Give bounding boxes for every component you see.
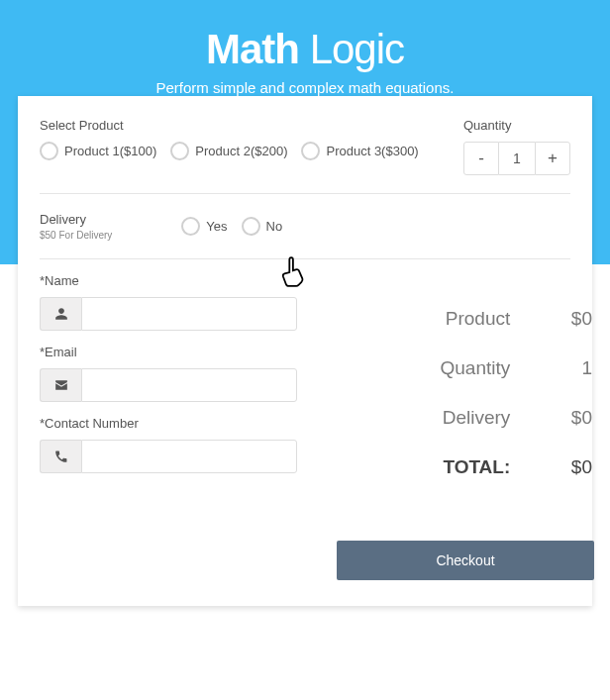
product-3-radio[interactable]: Product 3($300) bbox=[301, 142, 418, 160]
summary-total-label: TOTAL: bbox=[339, 444, 550, 491]
product-1-radio[interactable]: Product 1($100) bbox=[40, 142, 156, 160]
quantity-input[interactable] bbox=[499, 142, 535, 175]
delivery-no-radio[interactable]: No bbox=[242, 217, 283, 236]
radio-icon bbox=[181, 217, 200, 236]
email-label: *Email bbox=[40, 345, 297, 359]
quantity-plus-button[interactable]: + bbox=[535, 142, 570, 175]
page-title: Math Logic bbox=[0, 26, 610, 73]
summary-quantity-label: Quantity bbox=[339, 345, 550, 392]
contact-label: *Contact Number bbox=[40, 416, 297, 431]
name-input[interactable] bbox=[81, 297, 297, 331]
form-card: Select Product Product 1($100) Product 2… bbox=[18, 96, 592, 606]
quantity-stepper: - + bbox=[463, 142, 570, 175]
checkout-button[interactable]: Checkout bbox=[337, 541, 594, 580]
phone-icon bbox=[40, 440, 81, 473]
delivery-sublabel: $50 For Delivery bbox=[40, 230, 112, 241]
summary-product-label: Product bbox=[339, 295, 550, 343]
radio-icon bbox=[40, 142, 58, 160]
quantity-label: Quantity bbox=[463, 118, 570, 133]
product-section: Select Product Product 1($100) Product 2… bbox=[40, 118, 419, 160]
quantity-section: Quantity - + bbox=[463, 118, 570, 175]
summary-quantity-value: 1 bbox=[552, 345, 592, 392]
page-subtitle: Perform simple and complex math equation… bbox=[0, 79, 610, 96]
summary-delivery-value: $0 bbox=[552, 394, 592, 442]
summary-total-value: $0 bbox=[552, 444, 592, 491]
product-2-radio[interactable]: Product 2($200) bbox=[170, 142, 287, 160]
contact-input[interactable] bbox=[81, 440, 297, 473]
envelope-icon bbox=[40, 368, 81, 402]
email-input[interactable] bbox=[81, 368, 297, 402]
summary-product-value: $0 bbox=[552, 295, 592, 343]
product-label: Select Product bbox=[40, 118, 419, 133]
radio-icon bbox=[242, 217, 260, 236]
radio-icon bbox=[301, 142, 320, 160]
delivery-section: Delivery $50 For Delivery bbox=[40, 212, 112, 241]
name-label: *Name bbox=[40, 273, 297, 288]
summary-table: Product$0 Quantity1 Delivery$0 TOTAL:$0 bbox=[337, 293, 594, 493]
quantity-minus-button[interactable]: - bbox=[463, 142, 499, 175]
user-icon bbox=[40, 297, 81, 331]
radio-icon bbox=[170, 142, 189, 160]
delivery-label: Delivery bbox=[40, 212, 112, 227]
delivery-yes-radio[interactable]: Yes bbox=[181, 217, 227, 236]
summary-delivery-label: Delivery bbox=[339, 394, 550, 442]
